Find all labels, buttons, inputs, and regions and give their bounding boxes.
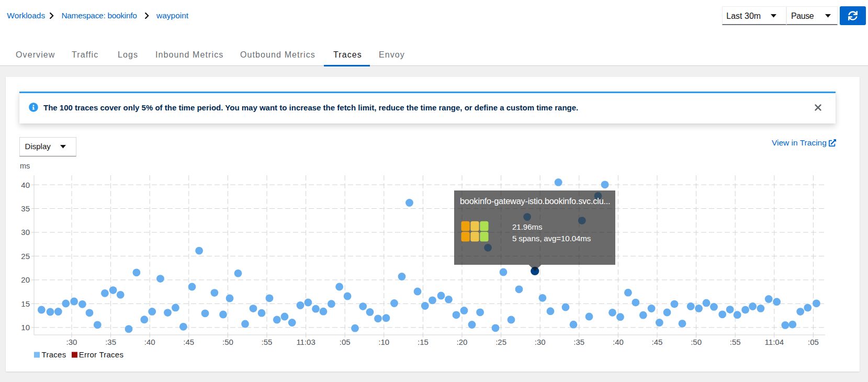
svg-text::55: :55 — [262, 338, 273, 346]
svg-text:10: 10 — [21, 323, 30, 332]
svg-text::50: :50 — [222, 338, 233, 346]
svg-text:21.96ms: 21.96ms — [512, 222, 543, 231]
svg-text::35: :35 — [573, 338, 584, 346]
svg-text:11:03: 11:03 — [296, 338, 315, 346]
svg-text::45: :45 — [183, 338, 194, 346]
svg-text:ms: ms — [20, 162, 30, 170]
svg-text:5 spans, avg=10.04ms: 5 spans, avg=10.04ms — [512, 234, 591, 243]
svg-text::50: :50 — [691, 338, 702, 346]
svg-text:35: 35 — [21, 204, 30, 213]
svg-text::05: :05 — [340, 338, 351, 346]
svg-text::10: :10 — [378, 338, 389, 346]
svg-text::05: :05 — [808, 338, 819, 346]
svg-text:25: 25 — [21, 252, 30, 261]
svg-text::45: :45 — [652, 338, 663, 346]
svg-text::15: :15 — [418, 338, 429, 346]
svg-text::40: :40 — [613, 338, 624, 346]
svg-text::30: :30 — [66, 338, 77, 346]
svg-text:Traces: Traces — [42, 350, 66, 359]
svg-text:15: 15 — [21, 299, 30, 308]
svg-text:Error Traces: Error Traces — [79, 350, 124, 359]
svg-text::20: :20 — [457, 338, 468, 346]
svg-text:30: 30 — [21, 228, 30, 237]
svg-text:20: 20 — [21, 275, 30, 284]
svg-text:bookinfo-gateway-istio.bookinf: bookinfo-gateway-istio.bookinfo.svc.clu.… — [460, 196, 610, 206]
svg-text::55: :55 — [730, 338, 741, 346]
svg-text::30: :30 — [535, 338, 546, 346]
svg-text:40: 40 — [21, 181, 30, 189]
svg-text::40: :40 — [144, 338, 155, 346]
svg-text::35: :35 — [105, 338, 116, 346]
svg-text:11:04: 11:04 — [765, 338, 784, 346]
svg-text::25: :25 — [495, 338, 506, 346]
